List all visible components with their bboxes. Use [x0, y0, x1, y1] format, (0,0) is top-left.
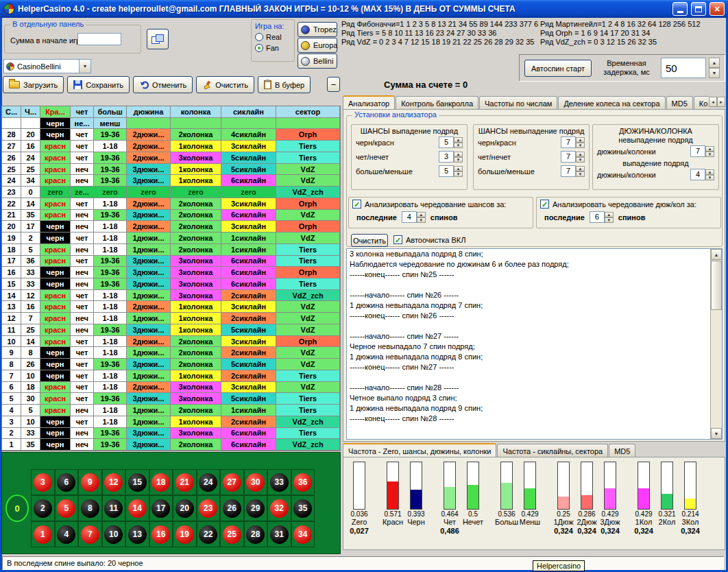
spin-down-icon[interactable]: ▼ [576, 143, 585, 148]
stepper[interactable]: 7▲▼ [561, 165, 585, 177]
spin-up-icon[interactable]: ▲ [454, 137, 463, 143]
tab-clipped[interactable]: Ко [694, 96, 709, 110]
chances-alternation-checkbox[interactable]: ✓ [352, 200, 361, 208]
spin-up-icon[interactable]: ▲ [709, 58, 720, 68]
scroll-down-icon[interactable]: ▼ [711, 428, 722, 439]
board-cell-14[interactable]: 14 [125, 495, 149, 521]
tab-wheel-sectors[interactable]: Деление колеса на сектора [558, 96, 665, 110]
casino-button-europa[interactable]: Europa [298, 38, 337, 53]
log-scrollbar[interactable]: ▲ ▼ [710, 249, 722, 439]
tab-number-frequencies[interactable]: Частоты по числам [479, 96, 557, 110]
spin-down-icon[interactable]: ▼ [454, 143, 463, 148]
board-cell-29[interactable]: 29 [244, 495, 268, 521]
board-cell-8[interactable]: 8 [78, 495, 102, 521]
board-cell-0[interactable]: 0 [5, 494, 29, 522]
tab-freq-chances[interactable]: Частота - Zero, шансы, дюжины, колонки [343, 443, 496, 457]
board-cell-19[interactable]: 19 [173, 521, 197, 547]
spin-down-icon[interactable]: ▼ [709, 68, 720, 78]
dozen-hit-stepper[interactable]: 4 ▲▼ [690, 169, 714, 180]
board-cell-32[interactable]: 32 [267, 495, 291, 521]
spin-up-icon[interactable]: ▲ [454, 152, 463, 157]
autoclear-checkbox[interactable]: ✓ [393, 235, 402, 244]
spin-down-icon[interactable]: ▼ [605, 217, 614, 223]
delay-stepper[interactable]: ▲ ▼ [709, 58, 720, 78]
stepper[interactable]: 7▲▼ [561, 151, 585, 163]
clear-analyzer-button[interactable]: Очистить [351, 234, 388, 247]
close-button[interactable]: × [709, 2, 725, 16]
board-cell-21[interactable]: 21 [173, 469, 197, 495]
casino-select[interactable]: CasinoBellini ▼ [3, 59, 91, 73]
dropdown-arrow-icon[interactable]: ▼ [79, 60, 90, 73]
board-cell-18[interactable]: 18 [149, 469, 173, 495]
board-cell-27[interactable]: 27 [220, 469, 244, 495]
spin-up-icon[interactable]: ▲ [454, 166, 463, 171]
tab-freq-sixlines[interactable]: Частота - сиклайны, сектора [497, 444, 608, 457]
chances-spins-stepper[interactable]: 4 ▲▼ [402, 211, 426, 223]
board-cell-31[interactable]: 31 [267, 521, 291, 547]
save-button[interactable]: Сохранить [67, 76, 130, 93]
dozen-miss-stepper[interactable]: 7 ▲▼ [690, 145, 714, 157]
board-cell-3[interactable]: 3 [31, 469, 55, 495]
maximize-button[interactable] [691, 2, 706, 16]
analyzer-log[interactable]: 3 колонка невыпадала подряд 8 спин;Наблю… [346, 248, 723, 440]
spin-down-icon[interactable]: ▼ [576, 157, 585, 163]
collapse-button[interactable]: − [327, 77, 340, 92]
spin-down-icon[interactable]: ▼ [417, 217, 426, 223]
board-cell-20[interactable]: 20 [173, 495, 197, 521]
autospin-start-button[interactable]: Автоспин старт [524, 60, 592, 77]
board-cell-5[interactable]: 5 [55, 495, 79, 521]
board-cell-1[interactable]: 1 [31, 521, 55, 547]
scroll-up-icon[interactable]: ▲ [711, 249, 722, 260]
stepper[interactable]: 7▲▼ [561, 136, 585, 148]
radio-real[interactable]: Real [255, 33, 291, 41]
stepper[interactable]: 3▲▼ [439, 151, 463, 163]
load-button[interactable]: Загрузить [3, 76, 64, 93]
detach-panel-button[interactable] [147, 29, 169, 49]
spin-up-icon[interactable]: ▲ [705, 169, 714, 175]
board-cell-23[interactable]: 23 [197, 495, 221, 521]
spin-up-icon[interactable]: ▲ [576, 152, 585, 157]
casino-button-tropez[interactable]: Tropez [298, 22, 337, 37]
board-cell-10[interactable]: 10 [102, 521, 126, 547]
scroll-thumb[interactable] [711, 261, 722, 310]
board-cell-6[interactable]: 6 [55, 469, 79, 495]
board-cell-2[interactable]: 2 [31, 495, 55, 521]
stepper[interactable]: 5▲▼ [439, 165, 463, 177]
clean-button[interactable]: Очистить [196, 76, 254, 93]
copy-to-buffer-button[interactable]: В буфер [258, 76, 311, 93]
tab-bankroll-control[interactable]: Контроль банкролла [396, 96, 478, 110]
board-cell-24[interactable]: 24 [197, 469, 221, 495]
dozen-spins-stepper[interactable]: 6 ▲▼ [590, 211, 614, 223]
stepper[interactable]: 5▲▼ [439, 136, 463, 148]
tab-analyzer[interactable]: Анализатор [343, 95, 395, 110]
minimize-button[interactable] [672, 2, 688, 16]
radio-fan[interactable]: Fan [255, 44, 291, 52]
spin-down-icon[interactable]: ▼ [454, 171, 463, 177]
board-cell-13[interactable]: 13 [125, 521, 149, 547]
spin-down-icon[interactable]: ▼ [576, 171, 585, 177]
board-cell-17[interactable]: 17 [149, 495, 173, 521]
board-cell-7[interactable]: 7 [78, 521, 102, 547]
board-cell-11[interactable]: 11 [102, 495, 126, 521]
tab-md5[interactable]: MD5 [666, 96, 693, 110]
title-bar[interactable]: HelperCasino 4.0 - create helperroullet@… [0, 0, 728, 18]
tab-scroll-left-icon[interactable]: ◄ [709, 97, 717, 107]
board-cell-9[interactable]: 9 [78, 469, 102, 495]
spin-up-icon[interactable]: ▲ [705, 146, 714, 152]
spin-down-icon[interactable]: ▼ [454, 157, 463, 163]
board-cell-33[interactable]: 33 [267, 469, 291, 495]
board-cell-15[interactable]: 15 [125, 469, 149, 495]
casino-button-bellini[interactable]: Bellini [298, 53, 337, 69]
delay-input[interactable] [661, 58, 706, 78]
spin-up-icon[interactable]: ▲ [605, 212, 614, 217]
board-cell-30[interactable]: 30 [244, 469, 268, 495]
start-sum-input[interactable] [77, 33, 121, 45]
board-cell-22[interactable]: 22 [197, 521, 221, 547]
spin-up-icon[interactable]: ▲ [576, 166, 585, 171]
board-cell-36[interactable]: 36 [291, 469, 315, 495]
tab-scroll-right-icon[interactable]: ► [717, 97, 725, 107]
dozen-alternation-checkbox[interactable]: ✓ [540, 200, 549, 208]
board-cell-35[interactable]: 35 [291, 495, 315, 521]
tab-freq-md5[interactable]: MD5 [609, 444, 635, 457]
board-cell-12[interactable]: 12 [102, 469, 126, 495]
